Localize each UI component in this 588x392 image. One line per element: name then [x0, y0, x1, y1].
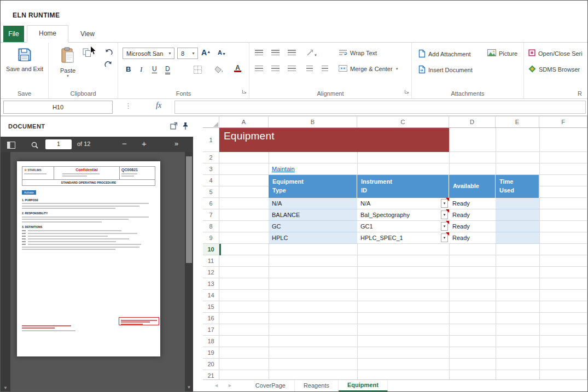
formula-input[interactable] — [174, 101, 586, 114]
row-header-18[interactable]: 18 — [203, 336, 219, 347]
increase-indent-icon[interactable] — [322, 66, 328, 72]
double-underline-button[interactable]: D — [165, 65, 170, 74]
wrap-text-button[interactable]: Wrap Text — [339, 49, 377, 57]
cell-available[interactable]: Ready — [449, 221, 496, 232]
popout-icon[interactable] — [170, 122, 178, 132]
column-header-D[interactable]: D — [449, 116, 496, 127]
cell-available[interactable]: Ready — [449, 232, 496, 244]
cell-time-used[interactable] — [496, 221, 539, 232]
bold-button[interactable]: B — [126, 65, 131, 73]
cell-instrument-id[interactable]: N/A▼ — [357, 198, 449, 209]
row-header-21[interactable]: 21 — [203, 370, 219, 379]
shrink-font-button[interactable]: A▼ — [218, 49, 226, 56]
expand-toolbar-button[interactable]: » — [174, 139, 178, 148]
row-header-15[interactable]: 15 — [203, 301, 219, 312]
cell-instrument-id[interactable]: GC1▼ — [357, 221, 449, 232]
page-number-input[interactable]: 1 — [45, 139, 72, 149]
zoom-in-button[interactable]: + — [142, 139, 147, 148]
tab-view[interactable]: View — [68, 26, 107, 42]
row-header-8[interactable]: 8 — [203, 221, 219, 232]
row-header-9[interactable]: 9 — [203, 232, 219, 243]
merge-center-button[interactable]: Merge & Center ▼ — [339, 65, 399, 73]
undo-button[interactable] — [104, 48, 113, 58]
insert-document-button[interactable]: Insert Document — [418, 65, 473, 75]
save-and-exit-button[interactable]: Save and Exit — [4, 48, 45, 72]
row-header-17[interactable]: 17 — [203, 324, 219, 335]
underline-button[interactable]: U — [152, 65, 157, 73]
align-center-icon[interactable] — [271, 66, 280, 72]
pin-icon[interactable] — [182, 122, 189, 132]
scrollbar-down-icon[interactable]: ▼ — [185, 385, 193, 390]
row-header-4[interactable]: 4 — [203, 175, 219, 186]
font-color-button[interactable]: A — [234, 65, 241, 72]
scroll-down-icon[interactable]: ▼ — [1, 385, 10, 390]
cell-time-used[interactable] — [496, 232, 539, 244]
cell-instrument-id[interactable]: Bal_Spectography▼ — [357, 209, 449, 221]
cell-equipment-type[interactable]: GC — [269, 221, 357, 232]
row-header-16[interactable]: 16 — [203, 313, 219, 324]
row-header-2[interactable]: 2 — [203, 152, 219, 163]
fill-color-button[interactable] — [214, 66, 224, 76]
maintain-link[interactable]: Maintain — [272, 163, 295, 175]
row-header-10[interactable]: 10 — [203, 244, 219, 255]
cell-time-used[interactable] — [496, 209, 539, 221]
row-header-1[interactable]: 1 — [203, 128, 219, 151]
column-header-A[interactable]: A — [219, 116, 269, 127]
sheet-title-cell[interactable]: Equipment — [219, 128, 449, 152]
cell-instrument-id[interactable]: HPLC_SPEC_1▼ — [357, 232, 449, 244]
sheet-nav-right-icon[interactable]: ► — [228, 380, 232, 391]
sheet-tab-reagents[interactable]: Reagents — [295, 380, 339, 391]
tab-home[interactable]: Home — [27, 25, 68, 43]
row-header-6[interactable]: 6 — [203, 198, 219, 209]
row-header-11[interactable]: 11 — [203, 255, 219, 266]
name-box[interactable]: H10 — [3, 101, 113, 114]
row-header-5[interactable]: 5 — [203, 186, 219, 197]
row-header-13[interactable]: 13 — [203, 278, 219, 289]
row-header-12[interactable]: 12 — [203, 267, 219, 278]
font-size-select[interactable]: 8▼ — [177, 48, 198, 59]
cell-equipment-type[interactable]: BALANCE — [269, 209, 357, 221]
search-icon[interactable] — [31, 141, 38, 151]
cell-time-used[interactable] — [496, 198, 539, 209]
font-name-select[interactable]: Microsoft San▼ — [123, 48, 174, 59]
scrollbar-thumb[interactable] — [186, 156, 192, 263]
align-middle-icon[interactable] — [271, 50, 280, 56]
column-header-F[interactable]: F — [539, 116, 587, 127]
row-header-3[interactable]: 3 — [203, 163, 219, 174]
grow-font-button[interactable]: A▲ — [201, 48, 211, 57]
column-header-E[interactable]: E — [496, 116, 539, 127]
align-bottom-icon[interactable] — [288, 50, 296, 56]
insert-function-button[interactable]: fx — [156, 101, 161, 110]
row-header-14[interactable]: 14 — [203, 290, 219, 301]
redo-button[interactable] — [104, 60, 113, 70]
tab-file[interactable]: File — [3, 26, 24, 42]
cell-available[interactable]: Ready — [449, 209, 496, 221]
column-header-C[interactable]: C — [357, 116, 449, 127]
borders-button[interactable] — [194, 66, 202, 76]
sheet-tab-coverpage[interactable]: CoverPage — [247, 380, 295, 391]
row-header-20[interactable]: 20 — [203, 359, 219, 370]
zoom-out-button[interactable]: − — [122, 139, 127, 148]
cell-available[interactable]: Ready — [449, 198, 496, 209]
picture-button[interactable]: Picture — [487, 49, 517, 57]
open-close-series-button[interactable]: Open/Close Seri — [528, 49, 583, 57]
select-all-corner[interactable] — [203, 116, 219, 127]
name-box-splitter[interactable]: ⋮ — [125, 102, 132, 110]
align-top-icon[interactable] — [255, 50, 263, 56]
add-attachment-button[interactable]: Add Attachment — [418, 49, 471, 59]
column-header-B[interactable]: B — [269, 116, 357, 127]
orientation-button[interactable]: ▼ — [306, 49, 317, 58]
cell-equipment-type[interactable]: N/A — [269, 198, 357, 209]
row-header-19[interactable]: 19 — [203, 347, 219, 358]
row-header-7[interactable]: 7 — [203, 209, 219, 220]
sheet-nav-left-icon[interactable]: ◄ — [214, 380, 219, 391]
sidebar-toggle-icon[interactable] — [7, 141, 15, 151]
italic-button[interactable]: I — [140, 65, 142, 74]
decrease-indent-icon[interactable] — [306, 66, 313, 72]
align-right-icon[interactable] — [288, 66, 296, 72]
paste-button[interactable]: Paste ▼ — [55, 47, 80, 78]
sdms-browser-button[interactable]: SDMS Browser — [528, 65, 580, 74]
align-left-icon[interactable] — [255, 66, 263, 72]
sheet-tab-equipment[interactable]: Equipment — [339, 380, 388, 391]
cell-equipment-type[interactable]: HPLC — [269, 232, 357, 244]
